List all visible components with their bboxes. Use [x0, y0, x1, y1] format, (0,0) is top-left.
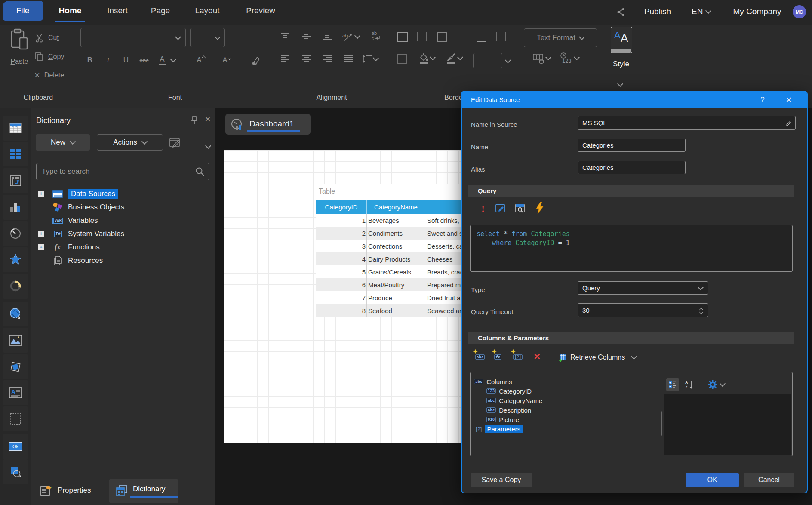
share-icon[interactable] — [616, 7, 626, 19]
text-rotation-icon[interactable]: ab — [341, 30, 360, 43]
toolbox-pivot-icon[interactable] — [3, 168, 28, 193]
underline-button[interactable]: U — [118, 51, 134, 70]
settings-button[interactable] — [707, 378, 725, 391]
toolbox-chart-icon[interactable] — [3, 195, 28, 220]
actions-button[interactable]: Actions — [97, 134, 163, 151]
delete-button[interactable]: × Delete — [34, 70, 64, 80]
border-style-icon[interactable] — [397, 54, 407, 64]
tab-dictionary[interactable]: Dictionary — [109, 479, 178, 503]
font-color-dropdown[interactable] — [170, 56, 176, 62]
font-color-button[interactable]: A — [154, 51, 170, 70]
language-selector[interactable]: EN — [692, 0, 710, 23]
toolbox-indicator-icon[interactable] — [3, 247, 28, 272]
align-bottom-icon[interactable] — [320, 30, 335, 43]
page-tab-dashboard1[interactable]: Dashboard1 — [225, 114, 311, 135]
outside-borders-icon[interactable] — [437, 32, 447, 42]
close-icon[interactable]: × — [780, 92, 797, 108]
sort-alphabetical-button[interactable]: AZ — [683, 378, 696, 391]
save-copy-button[interactable]: Save a Copy — [471, 473, 532, 487]
name-in-source-input[interactable]: MS SQL — [578, 116, 796, 130]
cancel-button[interactable]: Cancel — [744, 473, 794, 487]
italic-button[interactable]: I — [100, 51, 116, 70]
number-format-button[interactable]: 123 — [559, 52, 579, 65]
shrink-font-button[interactable]: A — [218, 51, 235, 70]
cut-button[interactable]: Cut — [34, 33, 59, 43]
text-format-select[interactable]: Text Format — [524, 28, 597, 47]
new-parameter-button[interactable]: [?] — [512, 351, 525, 364]
avatar[interactable]: MC — [793, 5, 806, 18]
border-line-style-chevron[interactable] — [505, 57, 511, 63]
style-button[interactable]: A A — [611, 27, 632, 53]
toolbox-shape-icon[interactable] — [3, 354, 28, 379]
copy-button[interactable]: Copy — [34, 52, 64, 62]
tab-insert[interactable]: Insert — [102, 0, 132, 22]
dictionary-tree-item[interactable]: VARVariables — [31, 214, 215, 227]
no-border-icon[interactable] — [417, 32, 427, 41]
tab-page[interactable]: Page — [145, 0, 175, 22]
toolbox-image-icon[interactable] — [3, 328, 28, 353]
columns-tree-item[interactable]: 123CategoryID — [471, 386, 660, 396]
brush-button[interactable] — [446, 52, 462, 64]
run-query-icon[interactable]: ! — [477, 202, 489, 215]
dictionary-tree-item[interactable]: +fxFunctions — [31, 240, 215, 254]
line-spacing-icon[interactable] — [362, 52, 378, 65]
border-line-style-select[interactable] — [473, 53, 502, 68]
columns-tree-item[interactable]: [?]Parameters — [471, 424, 660, 434]
top-border-icon[interactable] — [496, 32, 506, 41]
fill-color-button[interactable] — [418, 52, 435, 64]
categorized-view-button[interactable] — [666, 378, 679, 391]
pin-icon[interactable] — [190, 115, 199, 126]
align-justify-icon[interactable] — [341, 52, 356, 65]
dictionary-tree-item[interactable]: Business Objects — [31, 200, 215, 214]
edit-dictionary-icon[interactable] — [168, 135, 182, 151]
toolbox-cards-icon[interactable] — [3, 142, 28, 166]
expand-icon[interactable]: + — [38, 191, 44, 197]
account-menu[interactable]: My Company — [726, 0, 788, 23]
align-middle-icon[interactable] — [299, 30, 314, 43]
type-select[interactable]: Query — [578, 281, 708, 295]
dictionary-tree-item[interactable]: +Σ#System Variables — [31, 227, 215, 240]
ok-button[interactable]: OK — [686, 473, 739, 487]
expand-icon[interactable]: + — [38, 244, 44, 250]
font-name-select[interactable] — [80, 28, 186, 47]
alias-input[interactable]: Categories — [578, 161, 686, 174]
edit-query-icon[interactable] — [495, 203, 507, 216]
toolbox-map-icon[interactable] — [3, 302, 28, 326]
style-expand-chevron[interactable] — [617, 81, 623, 87]
paste-button[interactable]: Paste — [4, 28, 34, 69]
tab-file[interactable]: File — [3, 1, 43, 21]
toolbox-shapes-icon[interactable] — [3, 459, 28, 484]
help-icon[interactable]: ? — [755, 92, 770, 108]
tab-properties[interactable]: Properties — [40, 479, 91, 502]
columns-tree-item[interactable]: abcCategoryName — [471, 396, 660, 405]
wrap-text-icon[interactable]: abc — [368, 29, 385, 43]
strikethrough-button[interactable]: abc — [136, 51, 152, 70]
align-top-icon[interactable] — [278, 30, 292, 43]
align-right-icon[interactable] — [320, 52, 335, 65]
bottom-border-icon[interactable] — [477, 32, 486, 42]
toolbox-table-icon[interactable] — [3, 116, 28, 141]
tab-layout[interactable]: Layout — [192, 0, 222, 22]
dialog-title-bar[interactable]: Edit Data Source ? × — [462, 92, 807, 108]
toolbox-progress-icon[interactable] — [3, 274, 28, 299]
bold-button[interactable]: B — [82, 51, 98, 70]
tab-home[interactable]: Home — [55, 0, 85, 22]
toolbox-text-icon[interactable]: A — [3, 380, 28, 405]
font-size-select[interactable] — [190, 28, 225, 47]
collapse-chevron[interactable] — [205, 143, 211, 149]
query-timeout-stepper[interactable]: 30 — [578, 303, 708, 317]
toolbox-gauge-icon[interactable] — [3, 221, 28, 246]
inside-borders-icon[interactable] — [457, 32, 466, 41]
new-column-button[interactable]: abc — [474, 351, 487, 364]
delete-column-icon[interactable]: ✕ — [531, 350, 544, 363]
columns-tree-item[interactable]: 010Picture — [471, 415, 660, 424]
expand-icon[interactable]: + — [38, 231, 44, 237]
retrieve-columns-button[interactable]: Retrieve Columns — [558, 351, 636, 364]
sql-editor[interactable]: select * from Categories where CategoryI… — [470, 225, 793, 272]
publish-button[interactable]: Publish — [638, 0, 677, 23]
columns-tree-item[interactable]: abcColumns — [471, 377, 660, 386]
columns-tree-item[interactable]: abcDescription — [471, 405, 660, 415]
view-data-icon[interactable] — [514, 203, 526, 216]
all-borders-icon[interactable] — [397, 32, 408, 42]
close-panel-icon[interactable]: × — [201, 113, 214, 126]
